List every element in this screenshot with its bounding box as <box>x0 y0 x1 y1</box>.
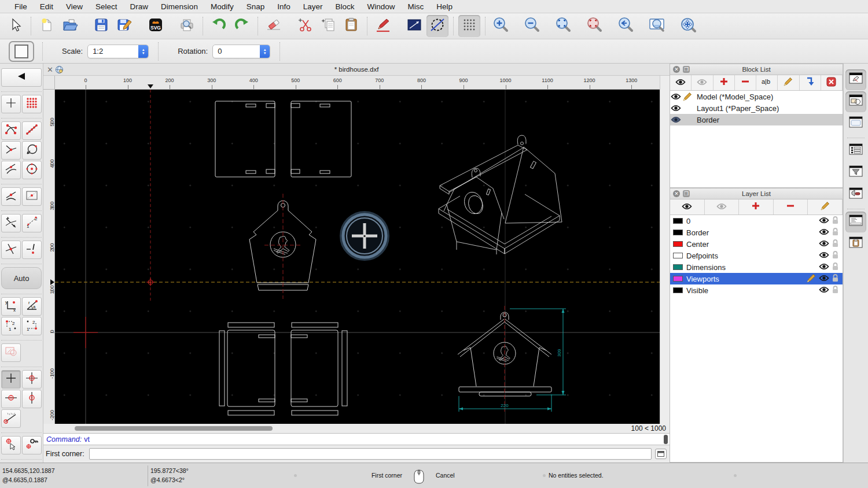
win-shapes-button[interactable] <box>845 91 866 112</box>
zoom-out-button[interactable] <box>521 15 543 37</box>
snap-ref-12a-button[interactable]: 12 <box>1 317 21 335</box>
menu-window[interactable]: Window <box>361 0 402 13</box>
save-button[interactable] <box>90 15 112 37</box>
snap-snap-x-button[interactable] <box>1 241 21 259</box>
menu-dimension[interactable]: Dimension <box>155 0 204 13</box>
menu-edit[interactable]: Edit <box>34 0 60 13</box>
keyboard-toggle-button[interactable] <box>655 449 667 459</box>
snap-restrict-ortho-button[interactable] <box>1 214 21 232</box>
new-file-button[interactable] <box>36 15 58 37</box>
eye-icon[interactable] <box>819 240 829 249</box>
circle-diagonal-button[interactable] <box>426 15 448 37</box>
block-row[interactable]: Layout1 (*Paper_Space) <box>670 102 843 114</box>
block-rename-ab-button[interactable]: a|b <box>756 75 778 90</box>
menu-select[interactable]: Select <box>89 0 124 13</box>
menu-file[interactable]: File <box>8 0 34 13</box>
snap-snap-tangent-button[interactable] <box>1 161 21 179</box>
snap-snap-grid-button[interactable] <box>22 95 42 113</box>
block-pencil-button[interactable] <box>778 75 799 90</box>
eye-icon[interactable] <box>819 228 829 237</box>
rotation-select[interactable]: 0 ▲▼ <box>212 45 270 58</box>
lock-icon[interactable] <box>832 227 839 238</box>
layer-row[interactable]: Viewports <box>670 273 843 284</box>
stepper-icon[interactable]: ▲▼ <box>138 45 148 58</box>
menu-modify[interactable]: Modify <box>204 0 240 13</box>
save-as-button[interactable] <box>113 15 135 37</box>
block-plus-button[interactable] <box>713 75 735 90</box>
zoom-auto-button[interactable] <box>553 15 575 37</box>
win-cmd-button[interactable] <box>845 212 866 232</box>
layer-row[interactable]: Visible <box>670 284 843 296</box>
zoom-prev-button[interactable] <box>615 15 637 37</box>
win-filter-button[interactable] <box>845 162 866 183</box>
eye-icon[interactable] <box>819 217 829 225</box>
close-panel-icon[interactable]: ✕ <box>673 66 680 73</box>
menu-layer[interactable]: Layer <box>297 0 329 13</box>
eye-icon[interactable] <box>670 93 682 100</box>
print-preview-button[interactable] <box>176 15 198 37</box>
snap-cursor-target-button[interactable] <box>1 436 21 454</box>
menu-info[interactable]: Info <box>271 0 297 13</box>
eye-icon[interactable] <box>670 105 682 112</box>
win-clip-button[interactable] <box>845 234 866 254</box>
scale-select[interactable]: 1:2 ▲▼ <box>87 45 149 58</box>
block-row[interactable]: Model (*Model_Space) <box>670 91 843 102</box>
grid-toggle-button[interactable] <box>458 15 480 37</box>
zoom-redraw-button[interactable] <box>584 15 606 37</box>
snap-ref-12b-button[interactable]: 12 <box>22 317 42 335</box>
snap-key-target-button[interactable] <box>22 436 42 454</box>
hscroll-thumb[interactable] <box>75 426 273 431</box>
cut-button[interactable] <box>294 15 316 37</box>
eraser-button[interactable] <box>263 15 285 37</box>
zoom-in-button[interactable] <box>490 15 512 37</box>
snap-cross-v-button[interactable] <box>22 390 42 408</box>
command-scrollbar[interactable] <box>664 435 668 444</box>
command-input[interactable] <box>89 448 652 460</box>
snap-auto-button[interactable]: Auto <box>1 267 42 289</box>
pen-button[interactable] <box>372 15 394 37</box>
eye-icon[interactable] <box>819 263 829 272</box>
snap-coord-polar-button[interactable]: ra <box>22 297 42 316</box>
lock-icon[interactable] <box>832 285 839 295</box>
eye-icon[interactable] <box>819 286 829 295</box>
snap-snap-middle-button[interactable] <box>1 187 21 206</box>
paper-space-button[interactable] <box>9 41 34 62</box>
horizontal-scrollbar[interactable] <box>46 426 624 431</box>
snap-snap-12-button[interactable]: 12 <box>22 214 42 232</box>
win-plug-button[interactable] <box>845 184 866 205</box>
snap-snap-center-button[interactable] <box>22 161 42 179</box>
menu-help[interactable]: Help <box>430 0 459 13</box>
menu-misc[interactable]: Misc <box>402 0 431 13</box>
block-delete-x-button[interactable] <box>821 75 843 90</box>
snap-cross-circle-button[interactable] <box>22 370 42 389</box>
snap-coord-xy-button[interactable]: yx <box>1 297 21 316</box>
drawing-canvas[interactable]: 309 220 <box>55 90 660 424</box>
snap-snap-excl-button[interactable] <box>22 241 42 259</box>
zoom-pan-button[interactable] <box>678 15 700 37</box>
layer-row[interactable]: Border <box>670 227 843 238</box>
menu-snap[interactable]: Snap <box>240 0 271 13</box>
layer-minus-button[interactable] <box>774 199 808 215</box>
block-insert-arrow-button[interactable] <box>800 75 821 90</box>
eye-icon[interactable] <box>819 252 829 260</box>
layer-row[interactable]: Dimensions <box>670 261 843 273</box>
block-row[interactable]: Border <box>670 114 843 125</box>
menu-draw[interactable]: Draw <box>124 0 155 13</box>
redo-button[interactable] <box>231 15 253 37</box>
eye-icon[interactable] <box>819 275 829 283</box>
copy-button[interactable] <box>317 15 339 37</box>
win-list-button[interactable] <box>845 141 866 161</box>
layer-row[interactable]: 0 <box>670 215 843 227</box>
layer-row[interactable]: Center <box>670 238 843 250</box>
float-panel-icon[interactable]: ❐ <box>683 66 690 73</box>
layer-plus-button[interactable] <box>739 199 774 215</box>
snap-cross-h-button[interactable] <box>1 390 21 408</box>
win-blank-button[interactable] <box>845 113 866 134</box>
menu-block[interactable]: Block <box>329 0 361 13</box>
layer-eye-muted-button[interactable] <box>705 199 740 215</box>
snap-snap-distance-button[interactable] <box>22 187 42 206</box>
undo-button[interactable] <box>208 15 230 37</box>
lock-icon[interactable] <box>832 250 839 261</box>
command-line[interactable]: Command: vt <box>43 433 670 445</box>
stepper-icon[interactable]: ▲▼ <box>260 45 270 58</box>
